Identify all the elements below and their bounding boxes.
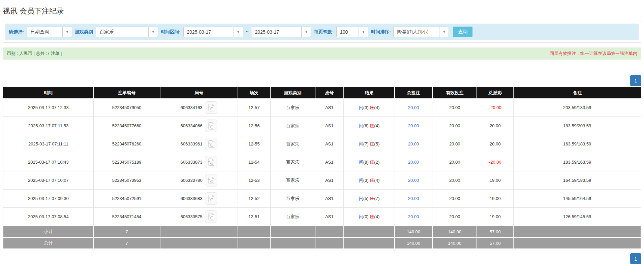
table-row: 2025-03-17 07:09:30522345072591606333683…: [3, 190, 641, 208]
cell-bet-id-text: 522345075189: [112, 160, 142, 165]
table-row: 2025-03-17 07:10:43522345075189606333873…: [3, 153, 641, 171]
cell-round-id: 606333961: [160, 135, 238, 153]
cell-empty: [238, 237, 271, 249]
date-to-select[interactable]: 2025-03-17 ▼: [251, 27, 311, 37]
cell-session: 12-51: [238, 208, 271, 226]
page-1-button[interactable]: 1: [630, 253, 641, 264]
valid-bet-text: 20.00: [449, 196, 460, 201]
round-id-text: 606333575: [181, 214, 203, 219]
banker-score: (4): [374, 105, 379, 110]
cell-table-no: AS1: [315, 190, 344, 208]
video-replay-button[interactable]: [205, 120, 217, 132]
query-type-select[interactable]: 日期查询 ▼: [27, 27, 72, 37]
cell-payout: 20.00: [477, 117, 513, 135]
round-id-text: 606333961: [181, 141, 203, 146]
summary-payout: 57.00: [477, 226, 513, 237]
total-bet-link[interactable]: 20.00: [408, 105, 419, 110]
summary-label: 总计: [3, 237, 94, 249]
cell-time-text: 2025-03-17 07:10:07: [28, 178, 69, 183]
summary-valid-bet: 140.00: [432, 226, 477, 237]
player-label: 闲: [359, 214, 363, 219]
subtotal-row: 小计7140.00140.0057.00: [3, 226, 641, 237]
summary-payout-text: 57.00: [490, 229, 501, 234]
film-icon: [208, 158, 215, 166]
payout-text: 20.00: [490, 123, 501, 128]
game-type-select[interactable]: 百家乐 ▼: [96, 27, 158, 37]
date-from-select[interactable]: 2025-03-17 ▼: [183, 27, 243, 37]
cell-session: 12-56: [238, 117, 271, 135]
film-icon: [208, 140, 215, 148]
video-replay-button[interactable]: [205, 174, 217, 187]
cell-result: 闲(8) 庄(2): [344, 153, 395, 171]
player-score: (7): [363, 141, 369, 146]
remark-text: 126.59/145.59: [563, 214, 591, 219]
page-size-select[interactable]: 100 ▼: [336, 27, 368, 37]
player-label: 闲: [359, 105, 363, 110]
page: 视讯 会员下注纪录 请选择: 日期查询 ▼ 游戏类别 百家乐 ▼ 时间区间: 2…: [0, 0, 644, 267]
cell-table-no: AS1: [315, 99, 344, 117]
total-bet-link[interactable]: 20.00: [408, 141, 419, 146]
cell-bet-id: 522345079050: [94, 99, 160, 117]
sort-order-select[interactable]: 降幂(由大到小) ▼: [393, 27, 449, 37]
cell-result: 闲(3) 庄(4): [344, 171, 395, 190]
valid-bet-text: 20.00: [449, 105, 460, 110]
cell-table-no: AS1: [315, 135, 344, 153]
summary-valid-bet: 140.00: [432, 237, 477, 249]
video-replay-button[interactable]: [205, 138, 217, 150]
video-replay-button[interactable]: [205, 192, 217, 205]
cell-bet-id-text: 522345076260: [112, 141, 142, 146]
cell-time-text: 2025-03-17 07:11:53: [28, 123, 69, 128]
table-header-row: 时间注单编号局号场次游戏类别桌号结果总投注有效投注总派彩备注: [3, 87, 641, 99]
total-bet-link[interactable]: 20.00: [408, 123, 419, 128]
cell-remark: 183.59/163.59: [513, 153, 641, 171]
cell-session: 12-57: [238, 99, 271, 117]
cell-game-type-text: 百家乐: [286, 196, 299, 201]
film-icon: [208, 213, 215, 221]
query-button[interactable]: 查询: [453, 27, 472, 37]
cell-total-bet: 20.00: [395, 190, 432, 208]
cell-remark: 126.59/145.59: [513, 208, 641, 226]
col-header-9: 总派彩: [477, 87, 513, 99]
cell-game-type-text: 百家乐: [286, 178, 299, 183]
cell-game-type: 百家乐: [270, 117, 315, 135]
cell-result: 闲(7) 庄(5): [344, 135, 395, 153]
notice-warning-text: 同局有效投注，统一计算在该局第一张注单内: [550, 51, 637, 57]
player-score: (8): [363, 160, 369, 165]
film-icon: [208, 176, 215, 184]
cell-session: 12-52: [238, 190, 271, 208]
summary-total-bet-text: 140.00: [407, 229, 420, 234]
banker-label: 庄: [370, 178, 374, 183]
cell-total-bet: 20.00: [395, 99, 432, 117]
cell-table-no-text: AS1: [325, 178, 334, 183]
payout-text: 19.00: [490, 178, 501, 183]
page-1-button[interactable]: 1: [630, 75, 641, 86]
video-replay-button[interactable]: [205, 101, 217, 114]
cell-session-text: 12-51: [248, 214, 259, 219]
summary-total-bet: 140.00: [395, 226, 432, 237]
cell-game-type-text: 百家乐: [286, 160, 299, 165]
cell-empty: [160, 237, 238, 249]
banker-label: 庄: [370, 160, 374, 165]
remark-text: 183.59/203.59: [563, 123, 591, 128]
video-replay-button[interactable]: [205, 210, 217, 223]
total-bet-link[interactable]: 20.00: [408, 214, 419, 219]
table-row: 2025-03-17 07:12:33522345079050606334163…: [3, 99, 641, 117]
player-score: (0): [363, 214, 369, 219]
cell-empty: [270, 237, 315, 249]
valid-bet-text: 20.00: [449, 160, 460, 165]
cell-empty: [513, 237, 641, 249]
cell-bet-id-text: 522345072591: [112, 196, 142, 201]
total-bet-link[interactable]: 20.00: [408, 178, 419, 183]
total-bet-link[interactable]: 20.00: [408, 196, 419, 201]
table-row: 2025-03-17 07:11:53522345077660606334066…: [3, 117, 641, 135]
cell-bet-id: 522345076260: [94, 135, 160, 153]
cell-table-no: AS1: [315, 208, 344, 226]
cell-session-text: 12-54: [248, 160, 259, 165]
video-replay-button[interactable]: [205, 156, 217, 168]
total-bet-link[interactable]: 20.00: [408, 160, 419, 165]
cell-valid-bet: 20.00: [432, 171, 477, 190]
cell-bet-id: 522345077660: [94, 117, 160, 135]
cell-valid-bet: 20.00: [432, 190, 477, 208]
table-row: 2025-03-17 07:10:07522345073953606333780…: [3, 171, 641, 190]
cell-time: 2025-03-17 07:11:53: [3, 117, 94, 135]
